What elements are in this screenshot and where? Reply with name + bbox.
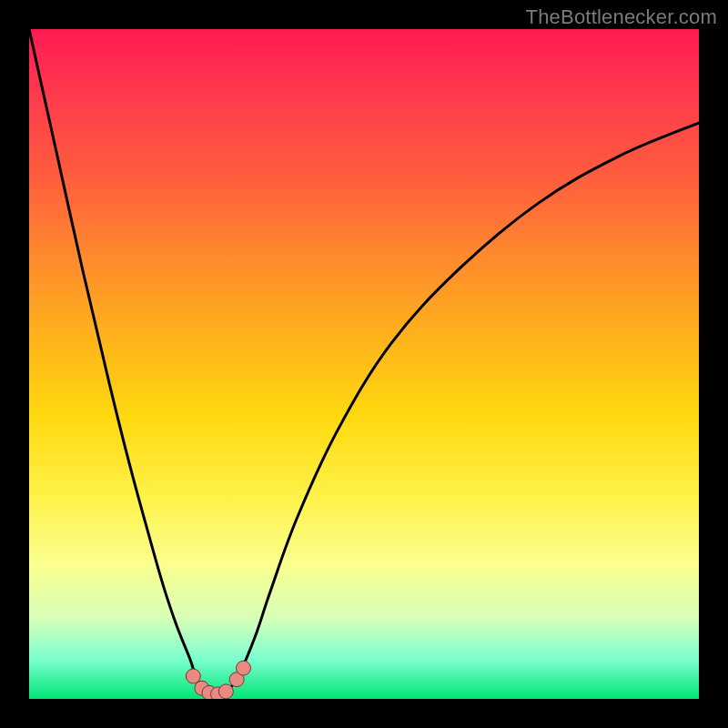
scatter-point (186, 669, 200, 683)
scatter-point (218, 684, 233, 699)
scatter-point (237, 661, 251, 675)
plot-area (29, 29, 699, 699)
bottleneck-curve (29, 29, 699, 695)
scatter-points (186, 661, 250, 699)
plot-svg (29, 29, 699, 699)
attribution-text: TheBottlenecker.com (526, 5, 717, 29)
chart-frame: TheBottlenecker.com (0, 0, 728, 728)
